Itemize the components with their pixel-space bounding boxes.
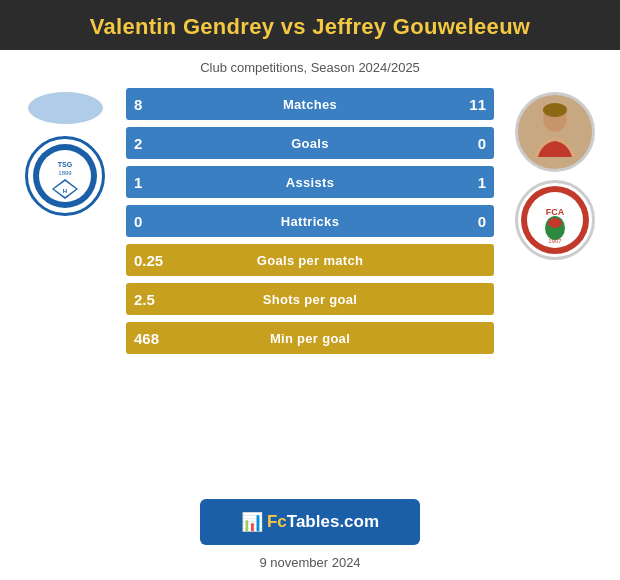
svg-text:1907: 1907 [548, 238, 562, 244]
matches-left-val: 8 [134, 96, 142, 113]
player-silhouette [520, 97, 590, 167]
augsburg-logo: FCA 1907 [515, 180, 595, 260]
spg-left-val: 2.5 [134, 291, 155, 308]
right-column: FCA 1907 [500, 88, 610, 260]
left-column: TSG 1899 H [10, 88, 120, 216]
gpm-label: Goals per match [126, 253, 494, 268]
svg-text:H: H [63, 188, 67, 194]
subtitle-text: Club competitions, Season 2024/2025 [200, 60, 420, 75]
main-content: TSG 1899 H 8 Matches 11 2 Goals [0, 82, 620, 491]
hoffenheim-logo: TSG 1899 H [25, 136, 105, 216]
chart-icon: 📊 [241, 511, 263, 533]
stat-row-hattricks: 0 Hattricks 0 [126, 205, 494, 237]
assists-label: Assists [126, 175, 494, 190]
matches-right-val: 11 [469, 96, 486, 113]
stat-row-assists: 1 Assists 1 [126, 166, 494, 198]
assists-left-val: 1 [134, 174, 142, 191]
stat-row-goals: 2 Goals 0 [126, 127, 494, 159]
augsburg-svg: FCA 1907 [520, 185, 590, 255]
mpg-left-val: 468 [134, 330, 159, 347]
footer-date: 9 november 2024 [259, 549, 360, 580]
fctables-banner: 📊 FcTables.com [200, 499, 420, 545]
goals-label: Goals [126, 136, 494, 151]
gpm-left-val: 0.25 [134, 252, 163, 269]
stat-row-spg: 2.5 Shots per goal [126, 283, 494, 315]
svg-text:1899: 1899 [58, 170, 72, 176]
assists-right-val: 1 [478, 174, 486, 191]
hattricks-label: Hattricks [126, 214, 494, 229]
matches-label: Matches [126, 97, 494, 112]
left-player-ellipse [28, 92, 103, 124]
match-title: Valentin Gendrey vs Jeffrey Gouweleeuw [20, 14, 600, 40]
card: Valentin Gendrey vs Jeffrey Gouweleeuw C… [0, 0, 620, 580]
svg-point-14 [548, 218, 562, 228]
stat-row-gpm: 0.25 Goals per match [126, 244, 494, 276]
stats-column: 8 Matches 11 2 Goals 0 1 Assists 1 0 Hat… [120, 88, 500, 354]
svg-text:TSG: TSG [58, 161, 73, 168]
stat-row-mpg: 468 Min per goal [126, 322, 494, 354]
svg-point-9 [543, 103, 567, 117]
hattricks-left-val: 0 [134, 213, 142, 230]
svg-text:FCA: FCA [546, 207, 565, 217]
hattricks-right-val: 0 [478, 213, 486, 230]
mpg-label: Min per goal [126, 331, 494, 346]
goals-left-val: 2 [134, 135, 142, 152]
player-photo [515, 92, 595, 172]
header-bar: Valentin Gendrey vs Jeffrey Gouweleeuw [0, 0, 620, 50]
spg-label: Shots per goal [126, 292, 494, 307]
fctables-label: FcTables.com [267, 512, 379, 532]
goals-right-val: 0 [478, 135, 486, 152]
hoffenheim-svg: TSG 1899 H [32, 143, 98, 209]
stat-row-matches: 8 Matches 11 [126, 88, 494, 120]
subtitle-bar: Club competitions, Season 2024/2025 [0, 50, 620, 82]
